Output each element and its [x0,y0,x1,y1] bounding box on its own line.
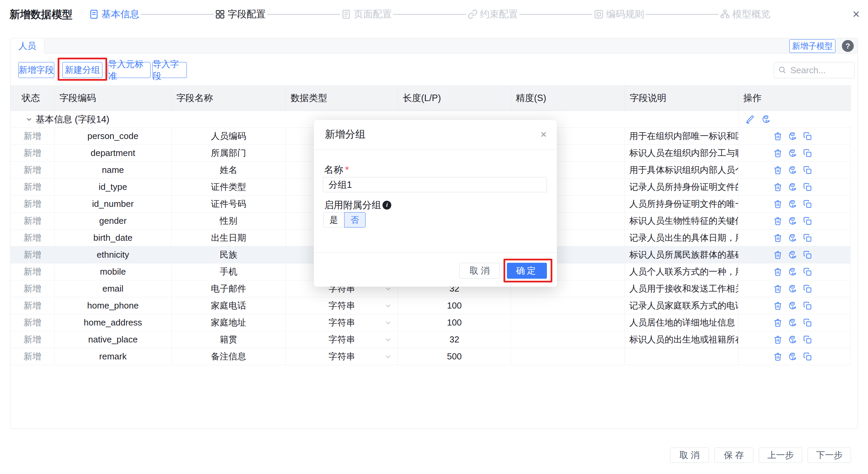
copy-icon[interactable] [803,301,812,310]
delete-icon[interactable] [773,217,782,225]
translate-icon[interactable]: 中En [788,149,797,158]
copy-icon[interactable] [803,183,812,192]
copy-icon[interactable] [803,166,812,175]
copy-icon[interactable] [803,149,812,158]
copy-icon[interactable] [803,268,812,276]
col-description: 字段说明 [625,85,738,111]
row-precision [511,348,625,365]
help-icon[interactable]: ? [842,40,854,52]
delete-icon[interactable] [773,284,782,293]
translate-icon[interactable]: 中En [788,301,797,310]
step-field-config[interactable]: 字段配置 [215,8,265,21]
modal-confirm-button[interactable]: 确定 [507,263,547,279]
row-actions: 中En [738,179,851,195]
translate-icon[interactable]: 中En [788,318,797,327]
tab-personnel[interactable]: 人员 [11,38,44,54]
modal-cancel-button[interactable]: 取 消 [459,263,500,279]
translate-icon[interactable]: 中En [788,166,797,175]
import-meta-standard-button[interactable]: 导入元标准 [108,62,151,78]
delete-icon[interactable] [773,318,782,327]
step-page-config[interactable]: 页面配置 [341,8,392,21]
translate-icon[interactable]: 中En [788,335,797,344]
row-status: 新增 [11,280,55,297]
row-actions: 中En [738,145,851,161]
row-data-type-select[interactable]: 字符串 [286,314,398,331]
new-group-button[interactable]: 新建分组 [62,62,102,78]
info-icon[interactable]: i [382,201,391,210]
copy-icon[interactable] [803,318,812,327]
row-data-type-select[interactable]: 字符串 [286,297,398,314]
delete-icon[interactable] [773,132,782,141]
edit-icon[interactable] [746,115,754,124]
row-actions: 中En [738,348,851,365]
delete-icon[interactable] [773,200,782,209]
delete-icon[interactable] [773,183,782,192]
svg-text:En: En [792,339,796,343]
next-step-button[interactable]: 下一步 [808,448,851,463]
close-icon[interactable]: × [849,7,864,22]
delete-icon[interactable] [773,301,782,310]
row-actions: 中En [738,196,851,212]
translate-icon[interactable]: 中En [788,352,797,361]
col-status: 状态 [11,85,55,111]
svg-text:En: En [792,305,796,309]
copy-icon[interactable] [803,284,812,293]
delete-icon[interactable] [773,251,782,259]
step-constraint-config[interactable]: 约束配置 [468,8,518,21]
translate-icon[interactable]: 中En [788,251,797,259]
delete-icon[interactable] [773,149,782,158]
toggle-no-button[interactable]: 否 [344,212,366,228]
translate-icon[interactable]: 中En [788,200,797,209]
prev-step-button[interactable]: 上一步 [759,448,802,463]
toggle-yes-button[interactable]: 是 [323,212,344,228]
translate-icon[interactable]: 中En [762,115,771,124]
tab-bar: 人员 [11,38,857,54]
import-field-button[interactable]: 导入字段 [152,62,187,78]
add-field-button[interactable]: 新增字段 [18,62,54,78]
translate-icon[interactable]: 中En [788,284,797,293]
close-icon[interactable]: × [536,127,551,142]
add-submodel-button[interactable]: 新增子模型 [789,39,835,53]
step-encoding-rules[interactable]: 编码规则 [594,8,644,21]
delete-icon[interactable] [773,335,782,344]
chevron-down-icon [384,336,392,344]
delete-icon[interactable] [773,268,782,276]
step-basic-info[interactable]: 基本信息 [89,8,139,21]
group-name-input[interactable] [323,177,547,192]
step-connector [393,14,466,15]
svg-text:En: En [792,255,796,258]
translate-icon[interactable]: 中En [788,268,797,276]
copy-icon[interactable] [803,132,812,141]
copy-icon[interactable] [803,251,812,259]
delete-icon[interactable] [773,352,782,361]
row-data-type-select[interactable]: 字符串 [286,348,398,365]
delete-icon[interactable] [773,166,782,175]
row-field-name: 出生日期 [172,230,286,246]
row-field-name: 人员编码 [172,128,286,144]
svg-text:中: 中 [791,184,794,186]
row-description: 用于具体标识组织内部人员个人 [625,162,738,178]
copy-icon[interactable] [803,352,812,361]
row-description: 人员个人联系方式的一种，用于 [625,263,738,280]
row-data-type-select[interactable]: 字符串 [286,331,398,348]
translate-icon[interactable]: 中En [788,234,797,242]
row-status: 新增 [11,213,55,229]
step-label: 基本信息 [101,8,139,21]
chevron-expand-icon[interactable] [25,111,33,128]
step-model-overview[interactable]: 模型概览 [720,8,770,21]
translate-icon[interactable]: 中En [788,217,797,225]
cancel-button[interactable]: 取 消 [670,448,709,463]
save-button[interactable]: 保 存 [714,448,753,463]
copy-icon[interactable] [803,335,812,344]
row-field-code: person_code [55,128,172,144]
copy-icon[interactable] [803,217,812,225]
translate-icon[interactable]: 中En [788,183,797,192]
row-status: 新增 [11,230,55,246]
copy-icon[interactable] [803,234,812,242]
search-input[interactable] [790,65,850,76]
add-group-modal: 新增分组 × 名称* 启用附属分组 i 是 否 取 消 确定 [314,120,557,287]
copy-icon[interactable] [803,200,812,209]
svg-text:En: En [792,204,796,207]
delete-icon[interactable] [773,234,782,242]
translate-icon[interactable]: 中En [788,132,797,141]
